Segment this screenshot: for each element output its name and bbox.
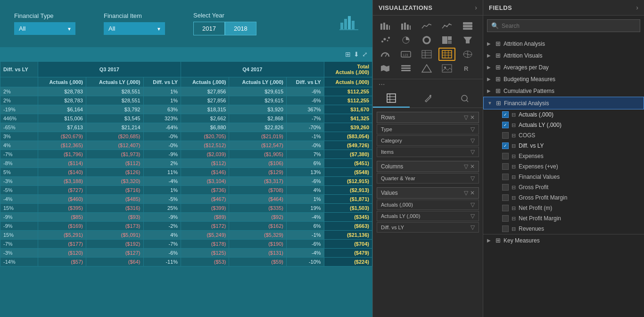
table-row-diff1: -19% [0, 105, 38, 114]
viz-scatter-btn[interactable] [377, 33, 394, 47]
table-row-diff2: -11% [143, 258, 181, 267]
items-chip-remove[interactable]: ▽ [471, 149, 475, 155]
download-icon[interactable]: ⬇ [354, 50, 359, 58]
diff-vs-ly-chip[interactable]: Diff. vs LY ▽ [377, 222, 479, 233]
format-build-tab[interactable] [410, 90, 446, 108]
tree-item-averages-per-day[interactable]: ▶ ⊞ Averages per Day [483, 61, 644, 73]
viz-image-btn[interactable] [438, 62, 455, 75]
net-profit-margin-checkbox[interactable] [502, 215, 509, 222]
viz-more-icon[interactable]: ··· [373, 79, 483, 90]
tree-item-attrition-analysis[interactable]: ▶ ⊞ Attrition Analysis [483, 38, 644, 50]
viz-treemap-btn[interactable] [438, 33, 455, 47]
financial-values-checkbox[interactable] [502, 174, 509, 180]
type-chip[interactable]: Type ▽ [377, 124, 479, 134]
fields-expand-icon[interactable]: › [636, 4, 638, 11]
sub-item-gross-profit-margin[interactable]: ⊟ Gross Profit Margin [483, 192, 644, 203]
search-input[interactable] [502, 23, 636, 29]
actuals-chip-remove[interactable]: ▽ [471, 201, 475, 208]
viz-stacked-bar-btn[interactable] [377, 19, 394, 33]
financial-item-select-wrapper[interactable]: All [104, 22, 165, 35]
viz-r-btn[interactable]: R [459, 62, 476, 75]
viz-table-btn[interactable] [418, 48, 435, 61]
viz-matrix-btn[interactable] [438, 48, 455, 61]
sub-item-cogs[interactable]: ⊟ COGS [483, 130, 644, 141]
analytics-build-tab[interactable] [446, 90, 483, 108]
table-row-total: ($451) [324, 159, 372, 168]
viz-shape-btn[interactable] [418, 62, 435, 75]
viz-gauge-btn[interactable] [377, 48, 394, 61]
fields-build-tab[interactable] [373, 90, 410, 108]
category-chip[interactable]: Category ▽ [377, 135, 479, 146]
gross-profit-checkbox[interactable] [502, 184, 509, 191]
sub-item-net-profit-margin[interactable]: ⊟ Net Profit Margin [483, 213, 644, 224]
gross-profit-margin-checkbox[interactable] [502, 194, 509, 201]
svg-marker-46 [422, 65, 431, 72]
viz-funnel-btn[interactable] [459, 33, 476, 47]
tree-item-attrition-visuals[interactable]: ▶ ⊞ Attrition Visuals [483, 50, 644, 61]
tree-item-financial-analysis[interactable]: ▼ ⊞ Financial Analysis [483, 97, 644, 109]
cogs-checkbox[interactable] [502, 132, 509, 139]
fullscreen-icon[interactable]: ⤢ [362, 50, 368, 58]
sub-item-gross-profit[interactable]: ⊟ Gross Profit [483, 182, 644, 192]
expand-icon[interactable]: ⊞ [345, 50, 351, 58]
table-row-b1: ($20,685) [86, 132, 143, 141]
viz-bar-chart-btn[interactable] [397, 19, 414, 33]
actuals-ly-checkbox[interactable]: ✓ [502, 122, 509, 128]
items-chip[interactable]: Items ▽ [377, 147, 479, 157]
sub-item-actuals[interactable]: ✓ ⊟ Actuals (,000) [483, 109, 644, 120]
sub-item-actuals-ly[interactable]: ✓ ⊟ Actuals LY (,000) [483, 120, 644, 130]
actuals-ly-chip-remove[interactable]: ▽ [471, 213, 475, 219]
viz-expand-icon[interactable]: › [475, 4, 477, 11]
sub-item-expenses-ve[interactable]: ⊟ Expenses (+ve) [483, 161, 644, 172]
rows-close-icon[interactable]: ✕ [470, 114, 475, 121]
sub-item-revenues[interactable]: ⊟ Revenues [483, 224, 644, 234]
actuals-chip[interactable]: Actuals (,000) ▽ [377, 200, 479, 210]
expenses-ve-checkbox[interactable] [502, 163, 509, 170]
columns-close-icon[interactable]: ✕ [470, 163, 475, 170]
viz-slicer-btn[interactable] [397, 62, 414, 75]
values-close-icon[interactable]: ✕ [470, 190, 475, 196]
sub-item-diff-vs-ly[interactable]: ✓ ⊟ Diff. vs LY [483, 141, 644, 151]
viz-filled-map-btn[interactable] [377, 62, 394, 75]
year-2017-button[interactable]: 2017 [193, 22, 225, 35]
viz-donut-btn[interactable] [418, 33, 435, 47]
viz-line-chart-btn[interactable] [438, 19, 455, 33]
values-zone-header[interactable]: Values ▽ ✕ [377, 187, 479, 199]
viz-area-chart-btn[interactable] [418, 19, 435, 33]
quarter-year-chip-remove[interactable]: ▽ [471, 175, 475, 182]
tree-item-cumulative-patterns[interactable]: ▶ ⊞ Cumulative Patterns [483, 85, 644, 97]
table-row-diff1: 15% [0, 231, 38, 240]
fields-search-box[interactable]: 🔍 [487, 19, 640, 32]
cumulative-patterns-label: Cumulative Patterns [504, 88, 640, 94]
category-chip-remove[interactable]: ▽ [471, 137, 475, 144]
viz-multi-row-btn[interactable] [459, 19, 476, 33]
expenses-checkbox[interactable] [502, 153, 509, 159]
data-table-scroll[interactable]: Diff. vs LY Q3 2017 Q4 2017 TotalActuals… [0, 61, 372, 317]
viz-pie-btn[interactable] [397, 33, 414, 47]
search-icon: 🔍 [491, 22, 499, 29]
tree-item-budgeting-measures[interactable]: ▶ ⊞ Budgeting Measures [483, 73, 644, 85]
columns-zone-header[interactable]: Columns ▽ ✕ [377, 161, 479, 172]
year-2018-button[interactable]: 2018 [225, 22, 256, 35]
financial-item-select[interactable]: All [104, 22, 165, 35]
diff-vs-ly-checkbox[interactable]: ✓ [502, 142, 509, 149]
sub-item-financial-values[interactable]: ⊟ Financial Values [483, 172, 644, 182]
actuals-checkbox[interactable]: ✓ [502, 111, 509, 118]
table-row-a1: ($120) [38, 249, 86, 258]
financial-type-select[interactable]: All [14, 22, 75, 35]
table-row-total: ($21,136) [324, 231, 372, 240]
type-chip-remove[interactable]: ▽ [471, 126, 475, 133]
diff-vs-ly-chip-remove[interactable]: ▽ [471, 224, 475, 231]
actuals-ly-chip[interactable]: Actuals LY (,000) ▽ [377, 211, 479, 221]
tree-item-key-measures[interactable]: ▶ ⊞ Key Measures [483, 234, 644, 246]
viz-card-btn[interactable]: 123 [397, 48, 414, 61]
quarter-year-chip[interactable]: Quarter & Year ▽ [377, 173, 479, 184]
sub-item-expenses[interactable]: ⊟ Expenses [483, 151, 644, 161]
financial-type-select-wrapper[interactable]: All [14, 22, 75, 35]
revenues-checkbox[interactable] [502, 225, 509, 232]
sub-item-net-profit-m[interactable]: ⊟ Net Profit (m) [483, 203, 644, 213]
rows-zone-header[interactable]: Rows ▽ ✕ [377, 112, 479, 123]
net-profit-m-checkbox[interactable] [502, 205, 509, 211]
svg-rect-18 [463, 28, 472, 30]
viz-map-btn[interactable] [459, 48, 476, 61]
